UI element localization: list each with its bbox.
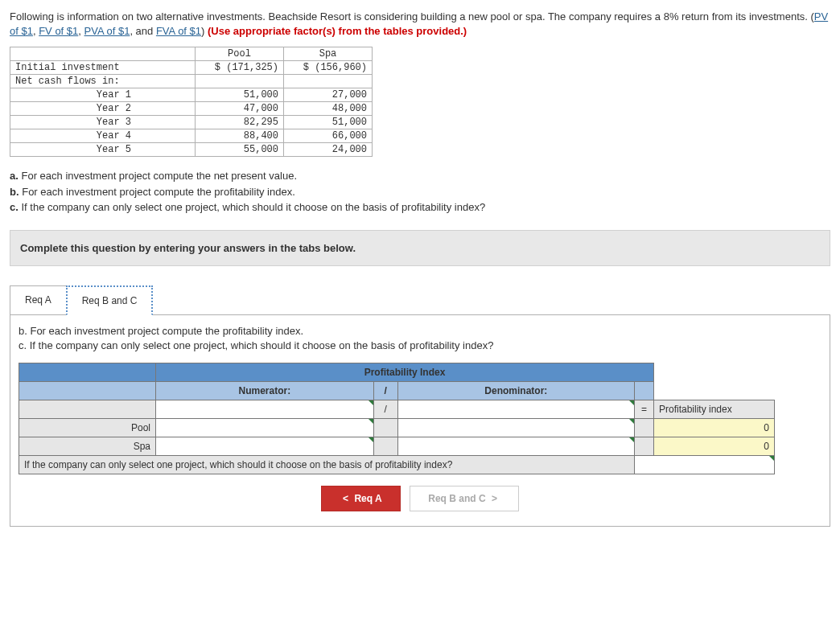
table-row: Year 247,00048,000 (10, 102, 373, 116)
table-row: Net cash flows in: (10, 75, 373, 88)
table-row: Year 488,40066,000 (10, 129, 373, 143)
table-row: Initial investment$ (171,325)$ (156,960) (10, 61, 373, 75)
next-button[interactable]: Req B and C > (410, 486, 519, 511)
tabs-row: Req A Req B and C (10, 285, 830, 315)
selection-answer-input[interactable] (635, 455, 775, 474)
pool-result: 0 (654, 418, 775, 437)
question-b: For each investment project compute the … (22, 186, 295, 198)
intro-text-1: Following is information on two alternat… (10, 10, 814, 23)
tab-req-b-and-c[interactable]: Req B and C (66, 285, 154, 315)
intro-red-note: (Use appropriate factor(s) from the tabl… (208, 25, 467, 37)
equals-sign: = (635, 400, 654, 418)
link-fva[interactable]: FVA of $1 (156, 25, 201, 37)
col-header-spa: Spa (284, 47, 373, 61)
nav-buttons: < Req A Req B and C > (19, 486, 821, 511)
selection-question: If the company can only select one proje… (19, 455, 635, 474)
tab-body-line-c: c. If the company can only select one pr… (19, 339, 821, 351)
chevron-left-icon: < (343, 493, 348, 504)
chevron-right-icon: > (492, 493, 497, 504)
result-header: Profitability index (654, 400, 775, 418)
spa-denominator-input[interactable] (397, 437, 634, 455)
denominator-label-input[interactable] (397, 400, 634, 418)
instruction-bar: Complete this question by entering your … (10, 230, 830, 266)
cash-flow-table: Pool Spa Initial investment$ (171,325)$ … (10, 47, 373, 157)
question-c: If the company can only select one proje… (21, 201, 485, 213)
profitability-index-table: Profitability Index Numerator: / Denomin… (19, 363, 775, 474)
denominator-header: Denominator: (397, 381, 634, 400)
tab-req-a[interactable]: Req A (10, 285, 67, 315)
table-row: Year 151,00027,000 (10, 88, 373, 102)
numerator-header: Numerator: (156, 381, 374, 400)
numerator-label-input[interactable] (156, 400, 374, 418)
link-pva[interactable]: PVA of $1 (84, 25, 130, 37)
answer-row-pool: Pool 0 (19, 418, 775, 437)
spa-result: 0 (654, 437, 775, 455)
answer-row-spa: Spa 0 (19, 437, 775, 455)
col-header-pool: Pool (196, 47, 284, 61)
question-list: a. For each investment project compute t… (10, 168, 830, 216)
pool-denominator-input[interactable] (397, 418, 634, 437)
intro-paragraph: Following is information on two alternat… (10, 10, 830, 39)
question-a: For each investment project compute the … (21, 170, 297, 182)
pool-numerator-input[interactable] (156, 418, 374, 437)
spa-numerator-input[interactable] (156, 437, 374, 455)
table-row: Year 555,00024,000 (10, 143, 373, 157)
prev-button[interactable]: < Req A (321, 486, 401, 511)
link-fv[interactable]: FV of $1 (39, 25, 78, 37)
tab-body-line-b: b. For each investment project compute t… (19, 325, 821, 337)
slash-header: / (373, 381, 397, 400)
pi-title: Profitability Index (156, 363, 654, 381)
tab-body: b. For each investment project compute t… (10, 314, 830, 527)
table-row: Year 382,29551,000 (10, 116, 373, 129)
